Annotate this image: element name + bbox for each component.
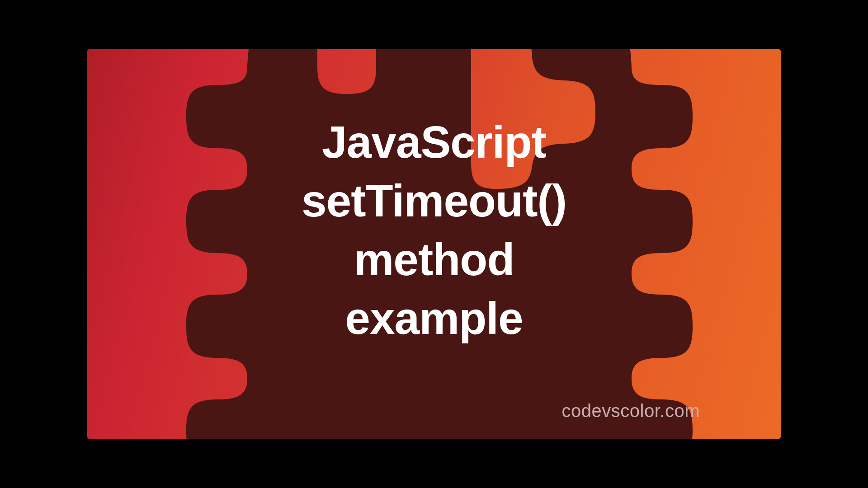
watermark-text: codevscolor.com	[562, 401, 700, 421]
banner-card: JavaScript setTimeout() method example c…	[87, 49, 781, 439]
banner-title: JavaScript setTimeout() method example	[302, 113, 566, 347]
